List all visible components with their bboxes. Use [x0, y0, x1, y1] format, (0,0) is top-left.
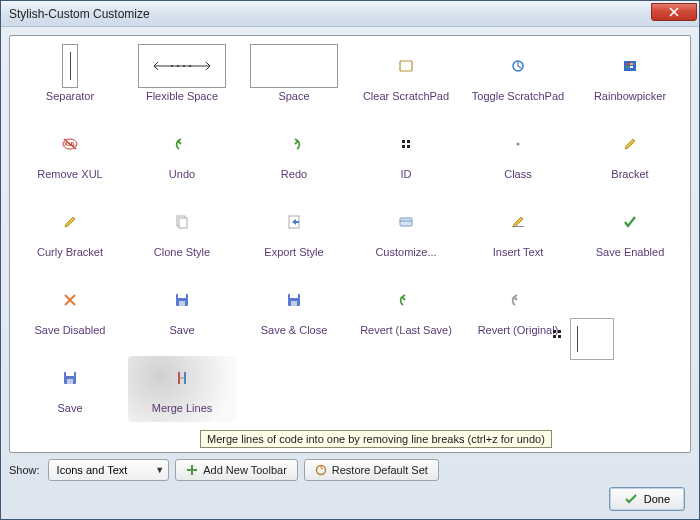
palette-item[interactable]: Customize... — [352, 200, 460, 266]
svg-rect-9 — [626, 66, 629, 68]
window: Stylish-Custom Customize SeparatorFlexib… — [0, 0, 700, 520]
svg-point-1 — [177, 65, 179, 67]
window-title: Stylish-Custom Customize — [9, 7, 651, 21]
tooltip: Merge lines of code into one by removing… — [200, 430, 552, 448]
palette-item-label: Save & Close — [261, 324, 328, 336]
chevron-down-icon: ▼ — [155, 465, 164, 475]
close-button[interactable] — [651, 3, 697, 21]
flexspace-icon — [138, 44, 226, 88]
clone-icon — [138, 200, 226, 244]
palette-item-label: Save — [169, 324, 194, 336]
show-label: Show: — [9, 464, 40, 476]
palette-item-label: Customize... — [375, 246, 436, 258]
undo-icon — [138, 122, 226, 166]
x-orange-icon — [26, 278, 114, 322]
restore-default-button[interactable]: Restore Default Set — [304, 459, 439, 481]
palette-item[interactable]: Save — [16, 356, 124, 422]
palette-item[interactable]: Save Disabled — [16, 278, 124, 344]
palette-item[interactable]: Space — [240, 44, 348, 110]
palette-item[interactable]: Class — [464, 122, 572, 188]
blank-icon — [586, 278, 674, 322]
check-icon — [624, 492, 638, 506]
palette-item[interactable]: Bracket — [576, 122, 684, 188]
restore-icon — [315, 464, 327, 476]
palette-item[interactable]: XULRemove XUL — [16, 122, 124, 188]
palette-item[interactable]: Clone Style — [128, 200, 236, 266]
client-area: SeparatorFlexible SpaceSpaceClear Scratc… — [1, 27, 699, 519]
drag-ghost — [570, 318, 614, 360]
palette-item-label: Rainbowpicker — [594, 90, 666, 102]
palette-item[interactable]: Save Enabled — [576, 200, 684, 266]
check-green-icon — [586, 200, 674, 244]
close-icon — [669, 7, 679, 17]
svg-rect-20 — [178, 294, 186, 298]
add-toolbar-button[interactable]: Add New Toolbar — [175, 459, 298, 481]
svg-point-13 — [517, 143, 520, 146]
palette-item[interactable]: Undo — [128, 122, 236, 188]
palette-item-label: Clear ScratchPad — [363, 90, 449, 102]
palette-item-label: Space — [278, 90, 309, 102]
svg-rect-17 — [400, 218, 412, 226]
palette-item-label: Redo — [281, 168, 307, 180]
pencil-icon — [586, 122, 674, 166]
palette-item[interactable]: Rainbowpicker — [576, 44, 684, 110]
svg-rect-23 — [290, 294, 298, 298]
palette-item[interactable]: Flexible Space — [128, 44, 236, 110]
undo-icon — [362, 278, 450, 322]
svg-rect-10 — [630, 66, 633, 68]
add-toolbar-label: Add New Toolbar — [203, 464, 287, 476]
palette-item-label: Revert (Original) — [478, 324, 559, 336]
palette-item-label: Merge Lines — [152, 402, 213, 414]
svg-rect-4 — [400, 61, 412, 71]
show-mode-select[interactable]: Icons and Text ▼ — [48, 459, 170, 481]
merge-icon — [138, 356, 226, 400]
palette-item[interactable]: Clear ScratchPad — [352, 44, 460, 110]
svg-point-2 — [183, 65, 185, 67]
palette-item[interactable]: Save — [128, 278, 236, 344]
palette-item[interactable]: Revert (Last Save) — [352, 278, 460, 344]
palette-item-label: Curly Bracket — [37, 246, 103, 258]
clear-pad-icon — [362, 44, 450, 88]
done-button[interactable]: Done — [609, 487, 685, 511]
svg-rect-21 — [179, 301, 185, 306]
id-icon — [362, 122, 450, 166]
palette-item-label: Insert Text — [493, 246, 544, 258]
svg-rect-15 — [179, 218, 187, 228]
palette-item[interactable]: Save & Close — [240, 278, 348, 344]
palette-item[interactable]: Toggle ScratchPad — [464, 44, 572, 110]
palette-item[interactable]: Curly Bracket — [16, 200, 124, 266]
done-label: Done — [644, 493, 670, 505]
floppy-icon — [26, 356, 114, 400]
palette-item[interactable]: Merge Lines — [128, 356, 236, 422]
palette-item[interactable]: Export Style — [240, 200, 348, 266]
palette-item[interactable]: Redo — [240, 122, 348, 188]
palette-item[interactable]: Separator — [16, 44, 124, 110]
svg-rect-26 — [66, 372, 74, 376]
palette-item-label: Bracket — [611, 168, 648, 180]
svg-rect-24 — [291, 301, 297, 306]
pencil-icon — [26, 200, 114, 244]
palette-item-label: Save Enabled — [596, 246, 665, 258]
floppy-icon — [250, 278, 338, 322]
blank-icon — [250, 44, 338, 88]
export-icon — [250, 200, 338, 244]
separator-icon — [62, 44, 78, 88]
show-mode-value: Icons and Text — [57, 464, 128, 476]
svg-point-3 — [189, 65, 191, 67]
palette-item[interactable]: Insert Text — [464, 200, 572, 266]
palette-item-label: Save — [57, 402, 82, 414]
toggle-pad-icon — [474, 44, 562, 88]
rainbow-icon — [586, 44, 674, 88]
palette-item[interactable]: ID — [352, 122, 460, 188]
palette-item-label: Undo — [169, 168, 195, 180]
palette-item-label: Revert (Last Save) — [360, 324, 452, 336]
svg-point-0 — [171, 65, 173, 67]
bottom-bar: Show: Icons and Text ▼ Add New Toolbar R… — [9, 459, 691, 481]
remove-xul-icon: XUL — [26, 122, 114, 166]
titlebar[interactable]: Stylish-Custom Customize — [1, 1, 699, 27]
svg-rect-18 — [512, 226, 524, 227]
palette-item-label: Export Style — [264, 246, 323, 258]
palette-item-label: Clone Style — [154, 246, 210, 258]
restore-default-label: Restore Default Set — [332, 464, 428, 476]
toolbar-palette: SeparatorFlexible SpaceSpaceClear Scratc… — [9, 35, 691, 453]
